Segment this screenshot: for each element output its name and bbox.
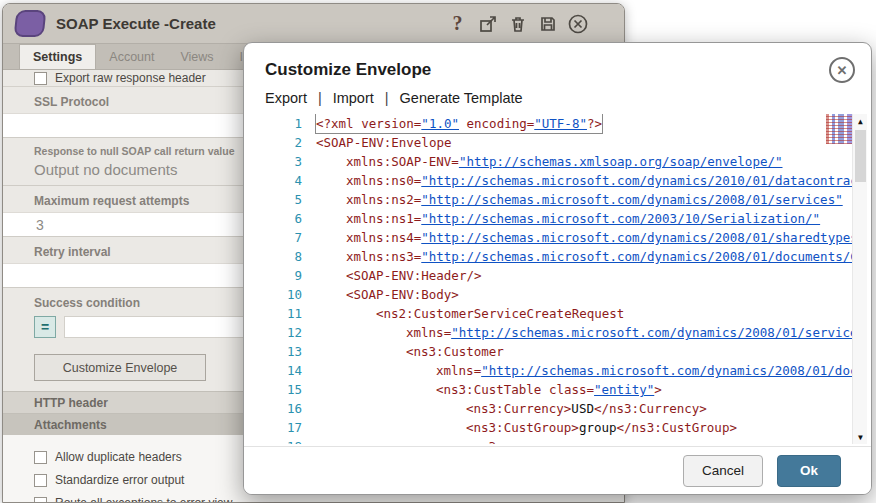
editor-scrollbar[interactable]: ▲ ▼ [852, 114, 867, 444]
line-content: <SOAP-ENV:Header/> [346, 266, 481, 285]
code-line[interactable]: 16<ns3:Currency>USD</ns3:Currency> [264, 399, 867, 418]
checkbox[interactable] [34, 497, 47, 503]
line-number: 12 [264, 323, 316, 342]
cancel-button[interactable]: Cancel [683, 455, 763, 487]
line-number: 9 [264, 266, 316, 285]
code-segment: group [579, 420, 617, 435]
tab-settings[interactable]: Settings [19, 44, 96, 69]
line-number: 7 [264, 228, 316, 247]
customize-envelope-button[interactable]: Customize Envelope [34, 354, 206, 381]
line-content: <SOAP-ENV:Body> [346, 285, 459, 304]
tab-account[interactable]: Account [96, 44, 167, 69]
trash-icon[interactable] [505, 11, 530, 36]
code-segment: <ns3: [466, 439, 504, 444]
code-segment: xmlns= [436, 363, 481, 378]
checkbox-row: Route all exceptions to error view [34, 496, 624, 503]
line-number: 16 [264, 399, 316, 418]
code-line[interactable]: 17<ns3:CustGroup>group</ns3:CustGroup> [264, 418, 867, 437]
code-segment: <ns3:Currency> [466, 401, 571, 416]
code-line[interactable]: 10<SOAP-ENV:Body> [264, 285, 867, 304]
toolbar-link-export[interactable]: Export [265, 90, 307, 106]
tab-views[interactable]: Views [167, 44, 226, 69]
code-line[interactable]: 15<ns3:CustTable class="entity"> [264, 380, 867, 399]
code-line[interactable]: 4xmlns:ns0="http://schemas.microsoft.com… [264, 171, 867, 190]
code-segment: </ns3:CustGroup> [617, 420, 737, 435]
code-segment: ?> [587, 116, 602, 131]
scrollbar-thumb[interactable] [855, 130, 866, 182]
modal-close-icon[interactable]: ✕ [829, 57, 855, 83]
minimap[interactable] [826, 114, 852, 144]
code-segment: <?xml version= [316, 116, 421, 131]
code-segment: "http://schemas.xmlsoap.org/soap/envelop… [459, 154, 783, 169]
code-segment: xmlns= [406, 325, 451, 340]
line-content: <ns3:Customer [406, 342, 504, 361]
line-number: 6 [264, 209, 316, 228]
line-number: 2 [264, 133, 316, 152]
equals-operator-button[interactable]: = [34, 316, 56, 338]
code-segment: <SOAP-ENV:Envelope [316, 135, 451, 150]
code-segment: USD [571, 401, 594, 416]
help-icon[interactable]: ? [445, 11, 470, 36]
popout-icon[interactable] [475, 11, 500, 36]
line-number: 15 [264, 380, 316, 399]
code-line[interactable]: 5xmlns:ns2="http://schemas.microsoft.com… [264, 190, 867, 209]
line-content: xmlns:ns0="http://schemas.microsoft.com/… [346, 171, 867, 190]
code-line[interactable]: 2<SOAP-ENV:Envelope [264, 133, 867, 152]
code-segment: xmlns:ns0= [346, 173, 421, 188]
code-segment: <ns3:CustGroup> [466, 420, 579, 435]
code-line[interactable]: 8xmlns:ns3="http://schemas.microsoft.com… [264, 247, 867, 266]
scroll-up-icon[interactable]: ▲ [853, 114, 867, 128]
line-number: 18 [264, 437, 316, 444]
customize-envelope-modal: Customize Envelope ✕ Export|Import|Gener… [243, 42, 872, 495]
line-content: xmlns="http://schemas.microsoft.com/dyna… [436, 361, 867, 380]
code-segment: <SOAP-ENV:Header/> [346, 268, 481, 283]
checkbox-label: Allow duplicate headers [55, 450, 182, 464]
toolbar-separator: | [385, 90, 389, 106]
code-line[interactable]: 14xmlns="http://schemas.microsoft.com/dy… [264, 361, 867, 380]
code-segment: "UTF-8" [534, 116, 587, 131]
line-content: <ns2:CustomerServiceCreateRequest [376, 304, 624, 323]
save-icon[interactable] [535, 11, 560, 36]
checkbox[interactable] [34, 72, 47, 85]
code-line[interactable]: 7xmlns:ns4="http://schemas.microsoft.com… [264, 228, 867, 247]
modal-title: Customize Envelope [244, 43, 871, 80]
titlebar-icons: ? [445, 11, 602, 36]
code-line[interactable]: 18<ns3: [264, 437, 867, 444]
code-segment: "http://schemas.microsoft.com/dynamics/2… [481, 363, 867, 378]
toolbar-separator: | [318, 90, 322, 106]
toolbar-link-generate-template[interactable]: Generate Template [400, 90, 523, 106]
close-icon[interactable] [565, 11, 590, 36]
code-segment: xmlns:ns4= [346, 230, 421, 245]
editor-toolbar: Export|Import|Generate Template [244, 80, 871, 111]
line-content: xmlns="http://schemas.microsoft.com/dyna… [406, 323, 867, 342]
toolbar-link-import[interactable]: Import [333, 90, 374, 106]
checkbox[interactable] [34, 451, 47, 464]
line-content: <ns3:Currency>USD</ns3:Currency> [466, 399, 707, 418]
scroll-down-icon[interactable]: ▼ [853, 430, 867, 444]
max-attempts-value: 3 [36, 217, 44, 233]
ok-button[interactable]: Ok [777, 455, 841, 487]
line-content: xmlns:ns2="http://schemas.microsoft.com/… [346, 190, 843, 209]
window-titlebar: SOAP Execute -Create ? [3, 4, 624, 44]
line-number: 1 [264, 114, 316, 133]
code-segment: <ns2:CustomerServiceCreateRequest [376, 306, 624, 321]
code-segment: "http://schemas.microsoft.com/2003/10/Se… [421, 211, 820, 226]
line-number: 11 [264, 304, 316, 323]
app-icon [14, 10, 47, 37]
code-segment: "http://schemas.microsoft.com/dynamics/2… [451, 325, 867, 340]
code-line[interactable]: 6xmlns:ns1="http://schemas.microsoft.com… [264, 209, 867, 228]
code-segment: encoding= [459, 116, 534, 131]
checkbox[interactable] [34, 474, 47, 487]
code-line[interactable]: 9<SOAP-ENV:Header/> [264, 266, 867, 285]
line-content: xmlns:ns4="http://schemas.microsoft.com/… [346, 228, 865, 247]
code-line[interactable]: 1<?xml version="1.0" encoding="UTF-8"?> [264, 114, 867, 133]
code-segment: "entity" [594, 382, 654, 397]
code-line[interactable]: 12xmlns="http://schemas.microsoft.com/dy… [264, 323, 867, 342]
code-line[interactable]: 13<ns3:Customer [264, 342, 867, 361]
code-line[interactable]: 11<ns2:CustomerServiceCreateRequest [264, 304, 867, 323]
code-line[interactable]: 3xmlns:SOAP-ENV="http://schemas.xmlsoap.… [264, 152, 867, 171]
code-lines: 1<?xml version="1.0" encoding="UTF-8"?>2… [264, 114, 867, 444]
code-segment: "http://schemas.microsoft.com/dynamics/2… [421, 249, 867, 264]
line-number: 8 [264, 247, 316, 266]
xml-editor[interactable]: 1<?xml version="1.0" encoding="UTF-8"?>2… [264, 114, 867, 444]
